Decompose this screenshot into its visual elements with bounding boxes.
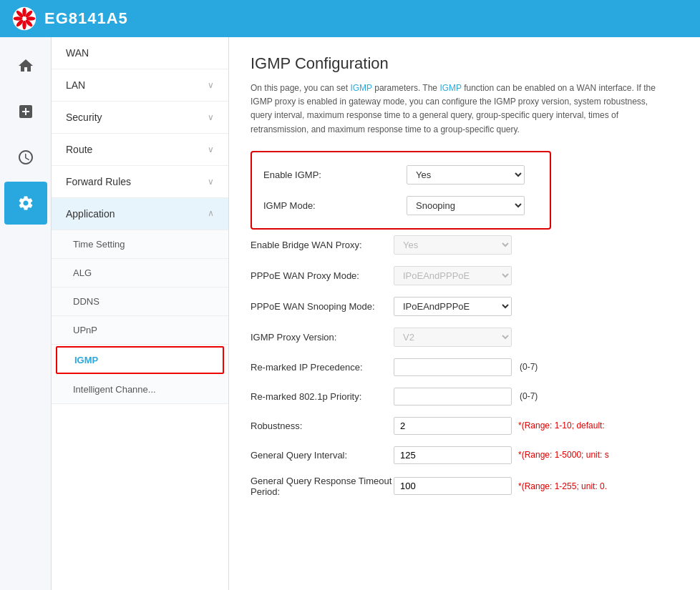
page-description: On this page, you can set IGMP parameter…	[251, 82, 666, 137]
sidebar-item-lan[interactable]: LAN ∨	[52, 69, 228, 102]
chevron-down-icon: ∨	[208, 80, 214, 90]
igmp-mode-row: IGMP Mode: Snooping Proxy	[263, 190, 538, 221]
general-query-response-timeout-label: General Query Response Timeout Period:	[251, 476, 394, 497]
pppoe-wan-snooping-mode-control: IPoEAndPPPoE IPoE PPPoE	[394, 297, 515, 316]
sidebar-item-forward-rules[interactable]: Forward Rules ∨	[52, 166, 228, 198]
remarked-ip-precedence-row: Re-marked IP Precedence: (0-7)	[251, 353, 683, 382]
sidebar-subitem-alg[interactable]: ALG	[52, 259, 228, 287]
robustness-hint: *(Range: 1-10; default:	[518, 421, 605, 431]
sidebar-nav: WAN LAN ∨ Security ∨ Route ∨ Forward Rul…	[52, 37, 229, 590]
pppoe-wan-snooping-mode-label: PPPoE WAN Snooping Mode:	[251, 301, 394, 312]
sidebar-subitem-time-setting[interactable]: Time Setting	[52, 230, 228, 259]
sidebar-item-route-label: Route	[66, 144, 92, 155]
main-layout: WAN LAN ∨ Security ∨ Route ∨ Forward Rul…	[0, 37, 700, 590]
igmp-highlight-2: IGMP	[439, 83, 461, 93]
general-query-interval-label: General Query Interval:	[251, 450, 394, 461]
remarked-8021p-priority-hint: (0-7)	[520, 391, 538, 401]
enable-bridge-wan-proxy-label: Enable Bridge WAN Proxy:	[251, 240, 394, 250]
sidebar-icon-settings[interactable]	[4, 182, 47, 225]
sidebar-subitem-ddns[interactable]: DDNS	[52, 287, 228, 316]
robustness-control	[394, 417, 515, 435]
remarked-ip-precedence-hint: (0-7)	[520, 362, 538, 372]
igmp-highlighted-section: Enable IGMP: Yes No IGMP Mode: Snooping …	[251, 151, 551, 230]
general-query-response-timeout-control	[394, 477, 515, 495]
general-query-interval-input[interactable]	[394, 446, 512, 464]
igmp-mode-select[interactable]: Snooping Proxy	[407, 196, 525, 215]
sidebar-icons	[0, 37, 52, 590]
sidebar-icon-clock[interactable]	[4, 136, 47, 179]
enable-bridge-wan-proxy-row: Enable Bridge WAN Proxy: Yes No	[251, 230, 683, 260]
enable-bridge-wan-proxy-select[interactable]: Yes No	[394, 235, 512, 255]
sub-nav-application: Time Setting ALG DDNS UPnP IGMP Intellig…	[52, 230, 228, 404]
chevron-down-icon: ∨	[208, 144, 214, 154]
enable-bridge-wan-proxy-control: Yes No	[394, 235, 515, 255]
pppoe-wan-snooping-mode-select[interactable]: IPoEAndPPPoE IPoE PPPoE	[394, 297, 512, 316]
pppoe-wan-proxy-mode-row: PPPoE WAN Proxy Mode: IPoEAndPPPoE IPoE …	[251, 260, 683, 291]
igmp-proxy-version-row: IGMP Proxy Version: V2 V3	[251, 322, 683, 353]
sidebar-item-route[interactable]: Route ∨	[52, 134, 228, 166]
other-form-rows: Enable Bridge WAN Proxy: Yes No PPPoE WA…	[251, 230, 683, 503]
chevron-down-icon: ∨	[208, 177, 214, 187]
content-area: IGMP Configuration On this page, you can…	[229, 37, 700, 590]
robustness-label: Robustness:	[251, 421, 394, 431]
sidebar-item-wan[interactable]: WAN	[52, 37, 228, 69]
sidebar-item-wan-label: WAN	[66, 47, 89, 59]
sidebar-icon-home[interactable]	[4, 44, 47, 87]
sidebar-item-application-label: Application	[66, 208, 115, 220]
remarked-ip-precedence-label: Re-marked IP Precedence:	[251, 362, 394, 373]
chevron-down-icon: ∨	[208, 112, 214, 122]
igmp-mode-label: IGMP Mode:	[263, 200, 407, 211]
sidebar-subitem-intelligent-channel-label: Intelligent Channe...	[73, 384, 156, 395]
sidebar-subitem-ddns-label: DDNS	[73, 296, 99, 307]
igmp-proxy-version-control: V2 V3	[394, 328, 515, 347]
sidebar-subitem-upnp[interactable]: UPnP	[52, 316, 228, 345]
general-query-response-timeout-hint: *(Range: 1-255; unit: 0.	[518, 481, 607, 491]
remarked-8021p-priority-control	[394, 388, 515, 405]
sidebar-item-security[interactable]: Security ∨	[52, 102, 228, 134]
sidebar-item-security-label: Security	[66, 112, 102, 123]
igmp-proxy-version-label: IGMP Proxy Version:	[251, 332, 394, 343]
sidebar-icon-status[interactable]	[4, 90, 47, 133]
app-title: EG8141A5	[44, 9, 128, 28]
general-query-response-timeout-row: General Query Response Timeout Period: *…	[251, 470, 683, 503]
enable-igmp-control: Yes No	[407, 165, 528, 185]
huawei-logo-icon	[11, 6, 37, 31]
sidebar-subitem-upnp-label: UPnP	[73, 325, 97, 335]
robustness-input[interactable]	[394, 417, 512, 435]
sidebar-subitem-time-setting-label: Time Setting	[73, 239, 125, 250]
chevron-up-icon: ∨	[208, 209, 214, 219]
sidebar-subitem-intelligent-channel[interactable]: Intelligent Channe...	[52, 375, 228, 404]
remarked-ip-precedence-control	[394, 358, 515, 376]
igmp-proxy-version-select[interactable]: V2 V3	[394, 328, 512, 347]
pppoe-wan-snooping-mode-row: PPPoE WAN Snooping Mode: IPoEAndPPPoE IP…	[251, 291, 683, 322]
igmp-mode-control: Snooping Proxy	[407, 196, 528, 215]
pppoe-wan-proxy-mode-control: IPoEAndPPPoE IPoE PPPoE	[394, 266, 515, 285]
remarked-ip-precedence-input[interactable]	[394, 358, 512, 376]
app-header: EG8141A5	[0, 0, 700, 37]
sidebar-subitem-igmp[interactable]: IGMP	[56, 346, 224, 374]
general-query-interval-control	[394, 446, 515, 464]
enable-igmp-row: Enable IGMP: Yes No	[263, 159, 538, 190]
pppoe-wan-proxy-mode-select[interactable]: IPoEAndPPPoE IPoE PPPoE	[394, 266, 512, 285]
sidebar-item-application[interactable]: Application ∨	[52, 198, 228, 230]
pppoe-wan-proxy-mode-label: PPPoE WAN Proxy Mode:	[251, 270, 394, 281]
robustness-row: Robustness: *(Range: 1-10; default:	[251, 411, 683, 441]
igmp-highlight-1: IGMP	[350, 83, 371, 93]
general-query-interval-hint: *(Range: 1-5000; unit: s	[518, 450, 609, 460]
sidebar-subitem-alg-label: ALG	[73, 267, 92, 278]
remarked-8021p-priority-input[interactable]	[394, 388, 512, 405]
sidebar-item-forward-rules-label: Forward Rules	[66, 176, 131, 187]
enable-igmp-select[interactable]: Yes No	[407, 165, 525, 185]
sidebar-subitem-igmp-label: IGMP	[74, 355, 98, 365]
remarked-8021p-priority-row: Re-marked 802.1p Priority: (0-7)	[251, 382, 683, 411]
sidebar-item-lan-label: LAN	[66, 79, 85, 91]
page-title: IGMP Configuration	[251, 54, 683, 73]
enable-igmp-label: Enable IGMP:	[263, 169, 407, 180]
remarked-8021p-priority-label: Re-marked 802.1p Priority:	[251, 391, 394, 402]
general-query-interval-row: General Query Interval: *(Range: 1-5000;…	[251, 441, 683, 470]
general-query-response-timeout-input[interactable]	[394, 477, 512, 495]
